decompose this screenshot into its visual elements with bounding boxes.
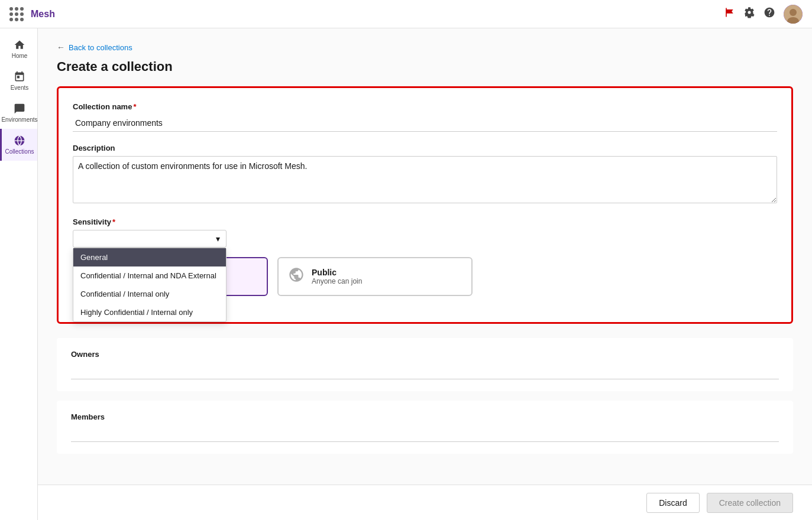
public-option-title: Public bbox=[312, 268, 362, 277]
footer-bar: Discard Create collection bbox=[38, 485, 812, 520]
sensitivity-field: Sensitivity* ▾ General Confidential / In… bbox=[73, 217, 777, 296]
owners-label: Owners bbox=[71, 350, 779, 359]
collection-name-input[interactable] bbox=[73, 115, 777, 132]
sensitivity-dropdown-menu: General Confidential / Internal and NDA … bbox=[73, 248, 227, 322]
owners-section: Owners bbox=[57, 338, 793, 391]
sensitivity-option-general[interactable]: General bbox=[73, 248, 226, 266]
sensitivity-option-confidential-nda[interactable]: Confidential / Internal and NDA External bbox=[73, 266, 226, 285]
flag-icon[interactable] bbox=[723, 6, 735, 21]
svg-point-1 bbox=[790, 9, 797, 16]
description-field: Description A collection of custom envir… bbox=[73, 144, 777, 206]
topbar: Mesh bbox=[0, 0, 812, 28]
sidebar-item-environments[interactable]: Environments bbox=[0, 97, 37, 129]
page-title: Create a collection bbox=[57, 59, 793, 74]
app-grid-icon[interactable] bbox=[9, 7, 24, 21]
public-option-desc: Anyone can join bbox=[312, 277, 362, 285]
sensitivity-option-highly-confidential[interactable]: Highly Confidential / Internal only bbox=[73, 303, 226, 321]
sidebar: Home Events Environments Collections bbox=[0, 0, 38, 520]
create-collection-form: Collection name* Description A collectio… bbox=[57, 86, 793, 324]
members-label: Members bbox=[71, 412, 779, 421]
breadcrumb-link[interactable]: Back to collections bbox=[69, 43, 132, 52]
description-input[interactable]: A collection of custom environments for … bbox=[73, 156, 777, 203]
sidebar-item-events[interactable]: Events bbox=[0, 65, 37, 97]
settings-icon[interactable] bbox=[743, 6, 755, 21]
members-input[interactable] bbox=[71, 425, 779, 442]
help-icon[interactable] bbox=[764, 6, 775, 21]
user-avatar[interactable] bbox=[784, 5, 803, 24]
collection-name-field: Collection name* bbox=[73, 102, 777, 132]
sensitivity-dropdown[interactable]: ▾ General Confidential / Internal and ND… bbox=[73, 230, 227, 248]
app-title: Mesh bbox=[31, 9, 55, 20]
collection-name-label: Collection name* bbox=[73, 102, 777, 111]
discard-button[interactable]: Discard bbox=[646, 493, 699, 513]
privacy-option-public[interactable]: Public Anyone can join bbox=[277, 257, 473, 296]
globe-icon bbox=[288, 266, 305, 287]
sensitivity-option-confidential-internal[interactable]: Confidential / Internal only bbox=[73, 285, 226, 303]
sidebar-item-home[interactable]: Home bbox=[0, 33, 37, 65]
sensitivity-label: Sensitivity* bbox=[73, 217, 777, 226]
owners-input[interactable] bbox=[71, 362, 779, 379]
sensitivity-dropdown-trigger[interactable]: ▾ bbox=[73, 230, 227, 248]
members-section: Members bbox=[57, 401, 793, 454]
sidebar-item-collections[interactable]: Collections bbox=[0, 129, 37, 161]
chevron-down-icon: ▾ bbox=[216, 234, 220, 243]
back-arrow-icon: ← bbox=[57, 43, 65, 52]
breadcrumb[interactable]: ← Back to collections bbox=[57, 43, 793, 52]
topbar-icons bbox=[723, 5, 803, 24]
create-collection-button[interactable]: Create collection bbox=[707, 493, 793, 513]
description-label: Description bbox=[73, 144, 777, 152]
